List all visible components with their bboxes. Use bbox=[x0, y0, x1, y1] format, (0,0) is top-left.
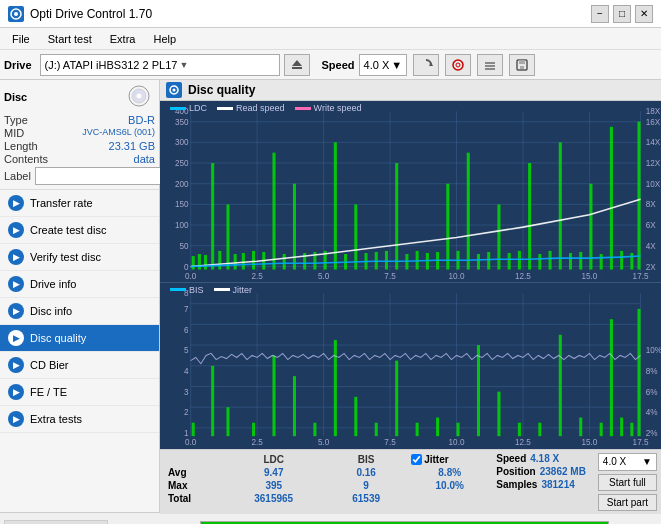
svg-text:17.5: 17.5 bbox=[633, 438, 649, 447]
svg-rect-3 bbox=[292, 67, 302, 69]
svg-rect-91 bbox=[467, 153, 470, 270]
svg-text:2X: 2X bbox=[646, 262, 657, 271]
drive-value: (J:) ATAPI iHBS312 2 PL17 bbox=[45, 59, 178, 71]
svg-text:7: 7 bbox=[184, 305, 189, 314]
nav-fe-te[interactable]: ▶ FE / TE bbox=[0, 379, 159, 406]
nav-drive-info-label: Drive info bbox=[30, 278, 76, 290]
eject-button[interactable] bbox=[284, 54, 310, 76]
speed-selector[interactable]: 4.0 X ▼ bbox=[359, 54, 408, 76]
nav-verify-test-disc[interactable]: ▶ Verify test disc bbox=[0, 244, 159, 271]
svg-rect-107 bbox=[630, 253, 633, 270]
svg-text:300: 300 bbox=[175, 138, 189, 147]
svg-rect-11 bbox=[519, 60, 525, 64]
quality-header: Disc quality bbox=[160, 80, 661, 101]
svg-text:5: 5 bbox=[184, 346, 189, 355]
svg-rect-106 bbox=[620, 251, 623, 270]
svg-rect-9 bbox=[485, 68, 495, 70]
svg-rect-153 bbox=[334, 340, 337, 436]
disc-quality-icon: ▶ bbox=[8, 330, 24, 346]
svg-rect-7 bbox=[485, 62, 495, 64]
jitter-checkbox[interactable] bbox=[411, 454, 422, 465]
disc-label-label: Label bbox=[4, 170, 31, 182]
status-window-nav[interactable]: Status window > > bbox=[4, 520, 108, 525]
svg-rect-63 bbox=[198, 254, 201, 270]
position-label: Position bbox=[496, 466, 535, 477]
nav-drive-info[interactable]: ▶ Drive info bbox=[0, 271, 159, 298]
svg-rect-69 bbox=[242, 253, 245, 270]
menu-help[interactable]: Help bbox=[145, 31, 184, 47]
bis-legend-item: BIS bbox=[170, 285, 204, 295]
read-speed-legend-item: Read speed bbox=[217, 103, 285, 113]
speed-dropdown-arrow: ▼ bbox=[642, 456, 652, 467]
col-bis-label: BIS bbox=[325, 453, 407, 466]
svg-rect-89 bbox=[446, 184, 449, 270]
cd-bier-icon: ▶ bbox=[8, 357, 24, 373]
svg-rect-65 bbox=[211, 163, 214, 269]
bis-chart: BIS Jitter bbox=[160, 283, 661, 449]
svg-rect-68 bbox=[234, 254, 237, 270]
disc-button[interactable] bbox=[445, 54, 471, 76]
app-icon bbox=[8, 6, 24, 22]
type-label: Type bbox=[4, 114, 28, 126]
type-value: BD-R bbox=[128, 114, 155, 126]
nav-create-test-disc[interactable]: ▶ Create test disc bbox=[0, 217, 159, 244]
svg-text:8X: 8X bbox=[646, 200, 657, 209]
svg-rect-165 bbox=[579, 417, 582, 436]
write-speed-legend-item: Write speed bbox=[295, 103, 362, 113]
svg-text:10.0: 10.0 bbox=[449, 438, 465, 447]
nav-extra-tests[interactable]: ▶ Extra tests bbox=[0, 406, 159, 433]
write-speed-legend-label: Write speed bbox=[314, 103, 362, 113]
svg-text:12X: 12X bbox=[646, 159, 661, 168]
svg-rect-67 bbox=[226, 204, 229, 269]
svg-text:10%: 10% bbox=[646, 346, 661, 355]
refresh-button[interactable] bbox=[413, 54, 439, 76]
svg-rect-149 bbox=[252, 423, 255, 436]
ldc-chart: LDC Read speed Write speed bbox=[160, 101, 661, 283]
nav-transfer-rate[interactable]: ▶ Transfer rate bbox=[0, 190, 159, 217]
length-value: 23.31 GB bbox=[109, 140, 155, 152]
save-button[interactable] bbox=[509, 54, 535, 76]
nav-verify-test-label: Verify test disc bbox=[30, 251, 101, 263]
svg-text:12.5: 12.5 bbox=[515, 272, 531, 281]
start-full-button[interactable]: Start full bbox=[598, 474, 657, 491]
menu-extra[interactable]: Extra bbox=[102, 31, 144, 47]
svg-rect-159 bbox=[457, 423, 460, 436]
samples-row: Samples 381214 bbox=[496, 479, 586, 490]
menu-start-test[interactable]: Start test bbox=[40, 31, 100, 47]
svg-rect-83 bbox=[385, 251, 388, 270]
mid-label: MID bbox=[4, 127, 24, 139]
bis-chart-svg: 1 2 3 4 5 6 7 8 2% 4% 6% 8% 10% bbox=[160, 283, 661, 449]
disc-section: Disc Type BD-R MID JVC-AMS6L (001) bbox=[0, 80, 159, 190]
contents-value: data bbox=[134, 153, 155, 165]
disc-label-input[interactable] bbox=[35, 167, 168, 185]
svg-text:17.5: 17.5 bbox=[633, 272, 649, 281]
svg-rect-8 bbox=[485, 65, 495, 67]
close-button[interactable]: ✕ bbox=[635, 5, 653, 23]
svg-rect-151 bbox=[293, 376, 296, 436]
right-panel: Disc quality LDC Read speed bbox=[160, 80, 661, 512]
svg-rect-152 bbox=[313, 423, 316, 436]
svg-text:150: 150 bbox=[175, 200, 189, 209]
start-part-button[interactable]: Start part bbox=[598, 494, 657, 511]
top-legend: LDC Read speed Write speed bbox=[170, 103, 361, 113]
stats-bar: LDC BIS Jitter Avg 9.47 0.16 8.8% bbox=[160, 449, 661, 514]
svg-text:0.0: 0.0 bbox=[185, 272, 197, 281]
quality-title: Disc quality bbox=[188, 83, 255, 97]
maximize-button[interactable]: □ bbox=[613, 5, 631, 23]
drive-selector[interactable]: (J:) ATAPI iHBS312 2 PL17 ▼ bbox=[40, 54, 280, 76]
total-ldc-value: 3615965 bbox=[222, 492, 325, 505]
nav-cd-bier[interactable]: ▶ CD Bier bbox=[0, 352, 159, 379]
nav-disc-info[interactable]: ▶ Disc info bbox=[0, 298, 159, 325]
svg-rect-66 bbox=[218, 251, 221, 270]
speed-dropdown[interactable]: 4.0 X ▼ bbox=[598, 453, 657, 471]
nav-disc-quality[interactable]: ▶ Disc quality bbox=[0, 325, 159, 352]
minimize-button[interactable]: − bbox=[591, 5, 609, 23]
svg-rect-161 bbox=[497, 392, 500, 436]
tools-button[interactable] bbox=[477, 54, 503, 76]
svg-rect-62 bbox=[192, 256, 195, 269]
svg-text:2: 2 bbox=[184, 408, 189, 417]
menu-file[interactable]: File bbox=[4, 31, 38, 47]
speed-stat-label: Speed bbox=[496, 453, 526, 464]
svg-rect-154 bbox=[354, 397, 357, 436]
svg-text:8%: 8% bbox=[646, 367, 658, 376]
